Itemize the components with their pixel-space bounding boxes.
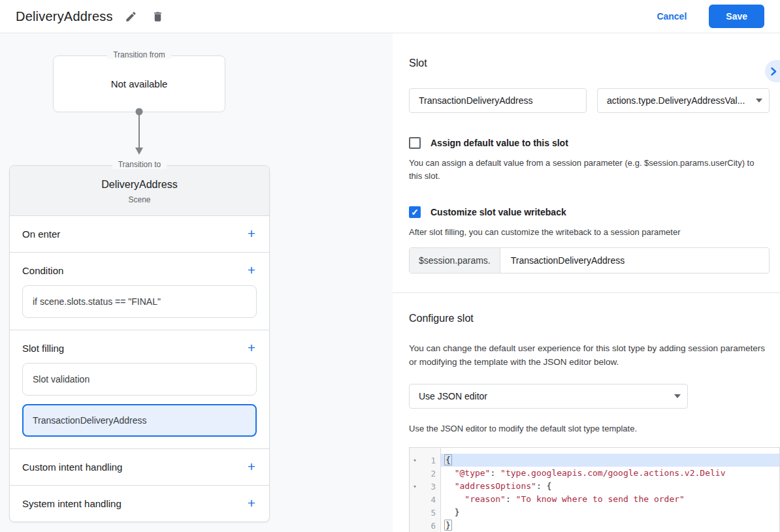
transition-to-legend: Transition to: [112, 160, 167, 169]
add-system-intent-handling-button[interactable]: +: [246, 497, 257, 510]
code-line-2: "@type": "type.googleapis.com/google.act…: [441, 467, 779, 480]
gutter-line: 5: [410, 506, 440, 519]
fold-arrow-icon[interactable]: ▾: [410, 483, 420, 490]
transition-from-box: Transition from Not available: [53, 55, 225, 112]
line-number: 5: [420, 508, 440, 518]
scene-item[interactable]: Slot validation: [22, 363, 257, 396]
slot-panel: Slot actions.type.DeliveryAddressVal... …: [393, 33, 780, 532]
delete-button[interactable]: [149, 8, 167, 25]
transition-to-card: Transition to DeliveryAddress Scene On e…: [9, 165, 270, 522]
json-code-editor[interactable]: ▾12▾3456 { "@type": "type.googleapis.com…: [409, 447, 780, 532]
writeback-prefix: $session.params.: [410, 248, 500, 273]
section-label: System intent handling: [22, 498, 122, 509]
scene-header[interactable]: DeliveryAddress Scene: [10, 166, 269, 216]
slot-type-value: actions.type.DeliveryAddressVal...: [607, 95, 745, 106]
assign-default-checkbox[interactable]: [409, 137, 421, 149]
flow-diagram-pane: Transition from Not available Transition…: [0, 33, 393, 532]
assign-default-label: Assign default value to this slot: [431, 138, 568, 148]
section-label: Condition: [22, 265, 63, 276]
line-number: 6: [420, 521, 440, 531]
gutter-line: 4: [410, 493, 440, 506]
chevron-right-icon: [771, 67, 777, 76]
scene-section-system-intent-handling: System intent handling+: [10, 486, 269, 522]
code-line-5: }: [441, 506, 779, 519]
pencil-icon: [125, 10, 137, 23]
code-line-1: {: [441, 454, 779, 467]
fold-arrow-icon[interactable]: ▾: [410, 457, 420, 463]
code-line-6: }: [441, 519, 779, 532]
scene-section-condition: Condition+if scene.slots.status == "FINA…: [10, 253, 269, 330]
scene-subtitle: Scene: [16, 195, 263, 204]
scene-item[interactable]: TransactionDeliveryAddress: [22, 404, 257, 437]
page-title: DeliveryAddress: [16, 9, 113, 24]
add-slot-filling-button[interactable]: +: [246, 341, 257, 354]
code-line-4: "reason": "To know where to send the ord…: [441, 493, 779, 506]
scene-section-on-enter: On enter+: [10, 216, 269, 253]
edit-button[interactable]: [122, 8, 140, 25]
gutter-line: 6: [410, 519, 440, 532]
section-label: Custom intent handling: [22, 462, 122, 473]
section-divider: [393, 292, 780, 293]
line-number: 3: [420, 482, 440, 492]
scene-sections: On enter+Condition+if scene.slots.status…: [10, 216, 269, 522]
writeback-input-group: $session.params. TransactionDeliveryAddr…: [409, 247, 770, 274]
flow-arrow-icon: [133, 108, 146, 159]
editor-code-area[interactable]: { "@type": "type.googleapis.com/google.a…: [441, 448, 779, 532]
dropdown-caret-icon: [674, 394, 681, 398]
dropdown-caret-icon: [756, 99, 762, 102]
editor-mode-value: Use JSON editor: [419, 391, 487, 401]
save-button[interactable]: Save: [709, 5, 764, 28]
top-bar: DeliveryAddress Cancel Save: [0, 0, 780, 33]
json-editor-hint: Use the JSON editor to modify the defaul…: [409, 424, 770, 433]
configure-slot-title: Configure slot: [409, 313, 770, 324]
add-condition-button[interactable]: +: [246, 264, 257, 277]
line-number: 1: [420, 456, 440, 465]
line-number: 2: [420, 469, 440, 478]
scene-section-slot-filling: Slot filling+Slot validationTransactionD…: [10, 330, 269, 449]
add-on-enter-button[interactable]: +: [246, 227, 257, 240]
writeback-label: Customize slot value writeback: [431, 207, 566, 217]
section-label: On enter: [22, 228, 60, 240]
configure-description: You can change the default user experien…: [409, 341, 770, 369]
writeback-value-input[interactable]: TransactionDeliveryAddress: [500, 248, 769, 273]
collapse-panel-button[interactable]: [765, 60, 780, 82]
writeback-description: After slot filling, you can customize th…: [409, 226, 770, 239]
editor-mode-select[interactable]: Use JSON editor: [409, 384, 688, 409]
section-label: Slot filling: [22, 343, 64, 354]
assign-default-description: You can assign a default value from a se…: [409, 157, 770, 183]
transition-from-content: Not available: [111, 78, 168, 89]
slot-section-title: Slot: [409, 57, 770, 69]
gutter-line: 2: [410, 467, 440, 480]
code-line-3: "addressOptions": {: [441, 480, 779, 493]
gutter-line: ▾1: [410, 454, 440, 467]
cancel-button[interactable]: Cancel: [657, 11, 687, 22]
add-custom-intent-handling-button[interactable]: +: [246, 460, 257, 473]
slot-name-input[interactable]: [409, 88, 587, 113]
gutter-line: ▾3: [410, 480, 440, 493]
line-number: 4: [420, 495, 440, 505]
slot-type-select[interactable]: actions.type.DeliveryAddressVal...: [597, 88, 770, 113]
writeback-checkbox[interactable]: ✓: [409, 206, 421, 218]
trash-icon: [152, 10, 164, 23]
editor-gutter: ▾12▾3456: [410, 448, 441, 532]
scene-title: DeliveryAddress: [16, 179, 263, 191]
scene-item[interactable]: if scene.slots.status == "FINAL": [22, 285, 257, 318]
transition-from-legend: Transition from: [107, 50, 171, 59]
scene-section-custom-intent-handling: Custom intent handling+: [10, 449, 269, 486]
